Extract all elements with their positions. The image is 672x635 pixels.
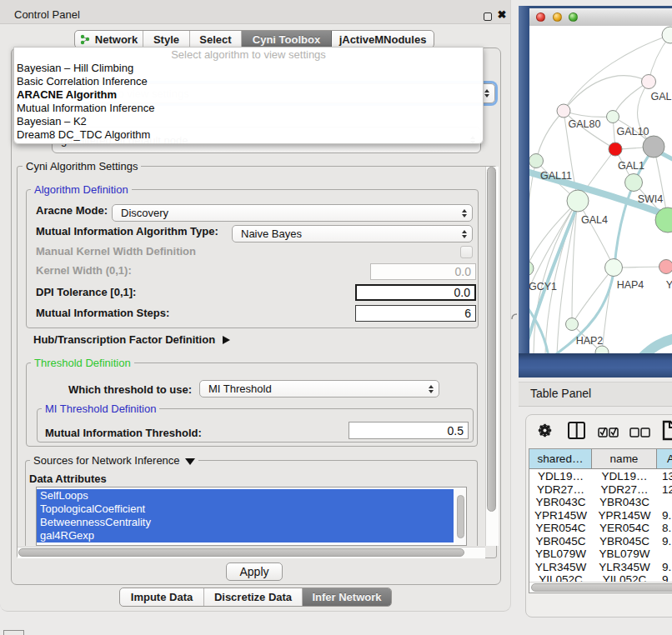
attribute-list-item[interactable]: SelfLoops	[37, 489, 454, 502]
tab-impute-data[interactable]: Impute Data	[120, 588, 204, 606]
table-row[interactable]: YBL079WYBL079W	[529, 548, 672, 561]
table-row[interactable]: YDR27…YDR27…12	[529, 483, 672, 497]
column-header-third[interactable]: A	[657, 449, 672, 469]
gear-icon[interactable]	[538, 423, 552, 441]
minimize-button[interactable]	[553, 12, 562, 22]
attribute-list-item[interactable]: BetweennessCentrality	[37, 516, 454, 529]
tab-cyni-toolbox[interactable]: Cyni Toolbox	[242, 31, 332, 48]
table-hscrollbar-thumb[interactable]	[531, 583, 672, 592]
cell-name[interactable]: YBL079W	[592, 548, 657, 561]
manual-kernel-width-checkbox[interactable]	[460, 246, 473, 258]
cell-name[interactable]: YBR045C	[592, 535, 657, 548]
network-edge-thick[interactable]	[640, 338, 672, 353]
tab-infer-network[interactable]: Infer Network	[303, 588, 391, 606]
cell-value[interactable]: 9.	[657, 509, 672, 522]
network-node[interactable]	[625, 174, 643, 192]
table-row[interactable]: YPR145WYPR145W9.	[529, 509, 672, 522]
table-row[interactable]: YER054CYER054C8.	[529, 522, 672, 535]
tab-select[interactable]: Select	[190, 31, 242, 48]
split-view-icon[interactable]	[568, 422, 585, 439]
network-node[interactable]	[529, 154, 544, 168]
table-row[interactable]: YBR043CYBR043C	[529, 496, 672, 509]
mi-threshold-field[interactable]: 0.5	[349, 422, 469, 439]
cell-name[interactable]: YBR043C	[592, 496, 657, 509]
unchecked-columns-icon[interactable]	[629, 426, 650, 441]
table-row[interactable]: YLR345WYLR345W9.	[529, 561, 672, 574]
network-node[interactable]	[643, 136, 664, 158]
column-header-shared-name[interactable]: shared…	[529, 449, 592, 469]
network-node[interactable]	[605, 259, 623, 277]
which-threshold-combobox[interactable]: MI Threshold	[199, 380, 439, 398]
network-node[interactable]	[642, 75, 656, 89]
cell-value[interactable]: 9.	[657, 561, 672, 574]
dropdown-item[interactable]: Mutual Information Inference	[14, 102, 483, 115]
checked-columns-icon[interactable]	[598, 426, 619, 441]
cell-shared-name[interactable]: YBR043C	[529, 496, 592, 509]
dropdown-item[interactable]: ARACNE Algorithm	[14, 88, 483, 102]
cell-value[interactable]	[657, 496, 672, 509]
tab-discretize-data[interactable]: Discretize Data	[204, 588, 303, 606]
network-edge[interactable]	[536, 111, 564, 161]
tab-jactivemnodules[interactable]: jActiveMNodules	[332, 31, 434, 48]
cell-shared-name[interactable]: YLR345W	[529, 561, 592, 574]
corner-button[interactable]	[3, 630, 24, 635]
data-attributes-list[interactable]: SelfLoopsTopologicalCoefficientBetweenne…	[36, 487, 467, 546]
cell-name[interactable]: YDL19…	[592, 470, 657, 483]
cell-shared-name[interactable]: YBR045C	[529, 535, 592, 548]
network-edge[interactable]	[564, 111, 613, 117]
hub-definition-row[interactable]: Hub/Transcription Factor Definition	[33, 333, 230, 346]
dropdown-item[interactable]: Dream8 DC_TDC Algorithm	[14, 128, 483, 142]
cell-name[interactable]: YER054C	[592, 522, 657, 535]
mi-algorithm-type-combobox[interactable]: Naive Bayes	[232, 225, 473, 242]
cell-value[interactable]: 8.	[657, 522, 672, 535]
kernel-width-field[interactable]: 0.0	[370, 263, 476, 280]
splitter-collapse-icon[interactable]	[511, 308, 518, 315]
collapse-down-icon[interactable]	[185, 458, 195, 465]
cell-name[interactable]: YLR345W	[592, 561, 657, 574]
network-node[interactable]	[595, 346, 609, 353]
network-node[interactable]	[566, 318, 579, 331]
dropdown-item[interactable]: Bayesian – K2	[14, 115, 483, 128]
apply-button[interactable]: Apply	[226, 562, 283, 581]
network-node[interactable]	[607, 111, 619, 123]
document-icon[interactable]	[662, 420, 672, 444]
table-row[interactable]: YBR045CYBR045C9.	[529, 535, 672, 548]
network-edge[interactable]	[613, 82, 649, 117]
cell-value[interactable]	[657, 548, 672, 561]
close-window-icon[interactable]: ✖	[496, 3, 508, 27]
cell-shared-name[interactable]: YDR27…	[529, 483, 592, 497]
network-node[interactable]	[557, 104, 570, 118]
network-canvas[interactable]: GALGAL80GAL10GAL1GAL11SWI4GAL4GCY1HAP4YH…	[529, 26, 672, 353]
column-header-name[interactable]: name	[592, 449, 657, 469]
cell-name[interactable]: YPR145W	[592, 509, 657, 522]
attribute-list-item[interactable]: TopologicalCoefficient	[37, 502, 454, 516]
dropdown-item[interactable]: Bayesian – Hill Climbing	[14, 62, 483, 75]
network-edge[interactable]	[557, 201, 578, 353]
cell-shared-name[interactable]: YDL19…	[529, 470, 592, 483]
tab-network[interactable]: Network	[75, 31, 143, 48]
table-row[interactable]: YDL19…YDL19…13	[529, 470, 672, 483]
cell-shared-name[interactable]: YER054C	[529, 522, 592, 535]
network-edge[interactable]	[529, 201, 578, 268]
network-node[interactable]	[659, 260, 672, 274]
dropdown-item[interactable]: Basic Correlation Inference	[14, 75, 483, 88]
list-scrollbar-thumb[interactable]	[457, 495, 464, 538]
cell-value[interactable]: 12	[657, 483, 672, 497]
aracne-mode-combobox[interactable]: Discovery	[112, 204, 473, 222]
control-panel-titlebar[interactable]: Control Panel	[0, 0, 510, 24]
cell-value[interactable]: 9.	[657, 535, 672, 548]
network-edge[interactable]	[578, 201, 614, 268]
mi-steps-field[interactable]: 6	[355, 305, 476, 322]
tab-style[interactable]: Style	[143, 31, 190, 48]
network-node[interactable]	[609, 142, 622, 156]
settings-vscrollbar-thumb[interactable]	[487, 167, 496, 512]
cell-value[interactable]: 13	[657, 470, 672, 483]
close-button[interactable]	[536, 12, 545, 22]
dpi-tolerance-field[interactable]: 0.0	[355, 284, 476, 301]
network-node[interactable]	[529, 261, 534, 276]
zoom-button[interactable]	[569, 12, 578, 22]
cell-shared-name[interactable]: YBL079W	[529, 548, 592, 561]
network-node[interactable]	[567, 190, 589, 212]
network-node[interactable]	[662, 27, 672, 43]
attribute-list-item[interactable]: gal4RGexp	[37, 529, 454, 542]
